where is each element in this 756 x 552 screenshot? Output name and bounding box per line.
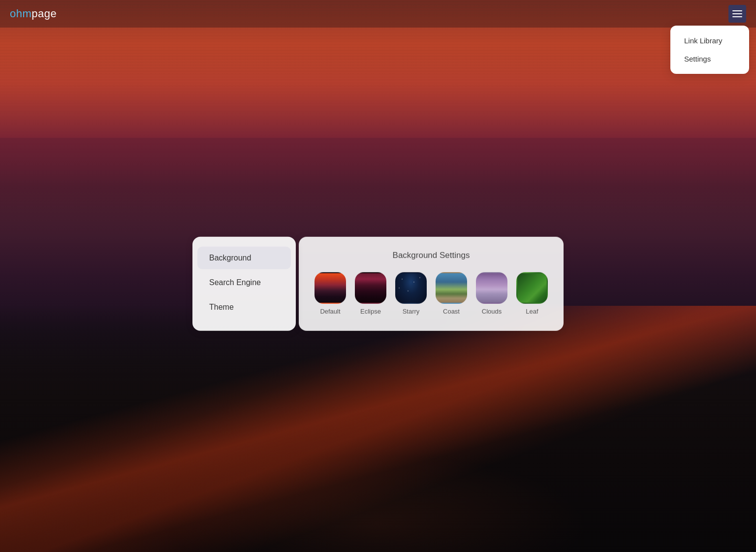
hamburger-line-3	[732, 16, 742, 17]
hamburger-line-1	[732, 10, 742, 11]
bg-label-leaf: Leaf	[526, 307, 538, 315]
bg-option-starry[interactable]: Starry	[395, 272, 427, 315]
hamburger-icon	[732, 10, 742, 17]
bg-option-coast[interactable]: Coast	[436, 272, 467, 315]
bg-thumb-default	[315, 272, 346, 303]
bg-label-eclipse: Eclipse	[360, 307, 381, 315]
bg-label-clouds: Clouds	[482, 307, 502, 315]
background-thumbnails: Default Eclipse Starry Coast Clouds Leaf	[315, 272, 548, 315]
bg-label-default: Default	[320, 307, 340, 315]
bg-option-default[interactable]: Default	[315, 272, 346, 315]
settings-content: Background Settings Default Eclipse Star…	[299, 236, 564, 330]
bg-thumb-coast	[436, 272, 467, 303]
bg-thumb-clouds	[476, 272, 507, 303]
dropdown-item-settings[interactable]: Settings	[670, 50, 749, 68]
dropdown-menu: Link Library Settings	[670, 26, 749, 74]
bg-thumb-eclipse	[355, 272, 386, 303]
settings-panel: Background Search Engine Theme Backgroun…	[192, 236, 564, 330]
logo-ohm: ohm	[10, 7, 32, 20]
bg-option-leaf[interactable]: Leaf	[516, 272, 548, 315]
settings-content-title: Background Settings	[315, 250, 548, 260]
sidebar-item-theme[interactable]: Theme	[197, 295, 291, 318]
sidebar-item-background[interactable]: Background	[197, 246, 291, 269]
navbar: ohmpage	[0, 0, 756, 28]
hamburger-line-2	[732, 13, 742, 14]
bg-option-eclipse[interactable]: Eclipse	[355, 272, 386, 315]
logo-page: page	[32, 7, 57, 20]
bg-option-clouds[interactable]: Clouds	[476, 272, 507, 315]
bg-label-coast: Coast	[443, 307, 460, 315]
bg-thumb-leaf	[516, 272, 548, 303]
dropdown-item-link-library[interactable]: Link Library	[670, 32, 749, 50]
bg-thumb-starry	[395, 272, 427, 303]
sidebar-item-search-engine[interactable]: Search Engine	[197, 271, 291, 293]
bg-label-starry: Starry	[403, 307, 420, 315]
menu-button[interactable]	[728, 5, 746, 23]
settings-sidebar: Background Search Engine Theme	[192, 236, 296, 330]
app-logo[interactable]: ohmpage	[10, 7, 57, 20]
